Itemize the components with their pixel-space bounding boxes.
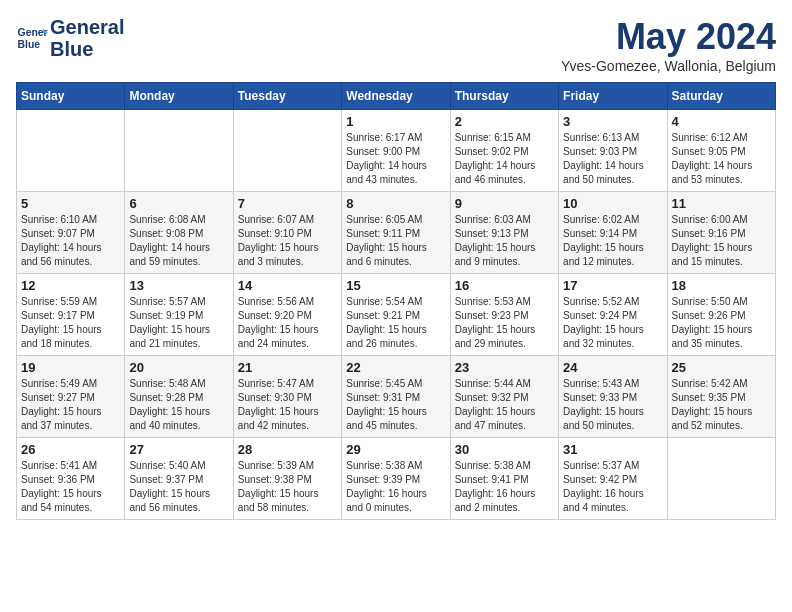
day-number: 16 (455, 278, 554, 293)
day-info: Sunrise: 5:53 AM Sunset: 9:23 PM Dayligh… (455, 295, 554, 351)
day-number: 15 (346, 278, 445, 293)
calendar-cell: 30Sunrise: 5:38 AM Sunset: 9:41 PM Dayli… (450, 438, 558, 520)
day-info: Sunrise: 5:56 AM Sunset: 9:20 PM Dayligh… (238, 295, 337, 351)
day-info: Sunrise: 5:59 AM Sunset: 9:17 PM Dayligh… (21, 295, 120, 351)
weekday-header: Friday (559, 83, 667, 110)
day-number: 29 (346, 442, 445, 457)
calendar-cell (667, 438, 775, 520)
weekday-header: Saturday (667, 83, 775, 110)
day-number: 26 (21, 442, 120, 457)
calendar-cell: 7Sunrise: 6:07 AM Sunset: 9:10 PM Daylig… (233, 192, 341, 274)
calendar-cell: 31Sunrise: 5:37 AM Sunset: 9:42 PM Dayli… (559, 438, 667, 520)
day-info: Sunrise: 5:42 AM Sunset: 9:35 PM Dayligh… (672, 377, 771, 433)
calendar-cell: 2Sunrise: 6:15 AM Sunset: 9:02 PM Daylig… (450, 110, 558, 192)
calendar-cell: 10Sunrise: 6:02 AM Sunset: 9:14 PM Dayli… (559, 192, 667, 274)
day-number: 30 (455, 442, 554, 457)
calendar-cell: 26Sunrise: 5:41 AM Sunset: 9:36 PM Dayli… (17, 438, 125, 520)
day-number: 10 (563, 196, 662, 211)
calendar-cell: 14Sunrise: 5:56 AM Sunset: 9:20 PM Dayli… (233, 274, 341, 356)
day-number: 3 (563, 114, 662, 129)
day-info: Sunrise: 5:43 AM Sunset: 9:33 PM Dayligh… (563, 377, 662, 433)
day-info: Sunrise: 6:17 AM Sunset: 9:00 PM Dayligh… (346, 131, 445, 187)
calendar-week-row: 26Sunrise: 5:41 AM Sunset: 9:36 PM Dayli… (17, 438, 776, 520)
logo-icon: General Blue (16, 22, 48, 54)
title-section: May 2024 Yves-Gomezee, Wallonia, Belgium (561, 16, 776, 74)
day-info: Sunrise: 5:38 AM Sunset: 9:41 PM Dayligh… (455, 459, 554, 515)
page-header: General Blue General Blue May 2024 Yves-… (16, 16, 776, 74)
day-number: 7 (238, 196, 337, 211)
day-number: 24 (563, 360, 662, 375)
calendar-week-row: 1Sunrise: 6:17 AM Sunset: 9:00 PM Daylig… (17, 110, 776, 192)
calendar-cell: 25Sunrise: 5:42 AM Sunset: 9:35 PM Dayli… (667, 356, 775, 438)
day-info: Sunrise: 6:08 AM Sunset: 9:08 PM Dayligh… (129, 213, 228, 269)
calendar-cell (125, 110, 233, 192)
calendar-cell: 21Sunrise: 5:47 AM Sunset: 9:30 PM Dayli… (233, 356, 341, 438)
calendar-cell: 5Sunrise: 6:10 AM Sunset: 9:07 PM Daylig… (17, 192, 125, 274)
calendar-week-row: 5Sunrise: 6:10 AM Sunset: 9:07 PM Daylig… (17, 192, 776, 274)
day-info: Sunrise: 5:39 AM Sunset: 9:38 PM Dayligh… (238, 459, 337, 515)
day-number: 21 (238, 360, 337, 375)
day-number: 25 (672, 360, 771, 375)
day-number: 18 (672, 278, 771, 293)
svg-text:Blue: Blue (18, 39, 41, 50)
weekday-header: Monday (125, 83, 233, 110)
calendar-cell (233, 110, 341, 192)
calendar-cell: 13Sunrise: 5:57 AM Sunset: 9:19 PM Dayli… (125, 274, 233, 356)
calendar-cell: 11Sunrise: 6:00 AM Sunset: 9:16 PM Dayli… (667, 192, 775, 274)
day-number: 17 (563, 278, 662, 293)
day-number: 5 (21, 196, 120, 211)
day-number: 11 (672, 196, 771, 211)
calendar-cell: 15Sunrise: 5:54 AM Sunset: 9:21 PM Dayli… (342, 274, 450, 356)
day-info: Sunrise: 6:10 AM Sunset: 9:07 PM Dayligh… (21, 213, 120, 269)
calendar-cell: 17Sunrise: 5:52 AM Sunset: 9:24 PM Dayli… (559, 274, 667, 356)
calendar-cell: 9Sunrise: 6:03 AM Sunset: 9:13 PM Daylig… (450, 192, 558, 274)
day-number: 22 (346, 360, 445, 375)
calendar-cell: 16Sunrise: 5:53 AM Sunset: 9:23 PM Dayli… (450, 274, 558, 356)
calendar-cell: 3Sunrise: 6:13 AM Sunset: 9:03 PM Daylig… (559, 110, 667, 192)
day-info: Sunrise: 5:40 AM Sunset: 9:37 PM Dayligh… (129, 459, 228, 515)
location: Yves-Gomezee, Wallonia, Belgium (561, 58, 776, 74)
day-number: 23 (455, 360, 554, 375)
calendar-week-row: 12Sunrise: 5:59 AM Sunset: 9:17 PM Dayli… (17, 274, 776, 356)
logo: General Blue General Blue (16, 16, 124, 60)
calendar-cell: 1Sunrise: 6:17 AM Sunset: 9:00 PM Daylig… (342, 110, 450, 192)
calendar-cell (17, 110, 125, 192)
day-number: 8 (346, 196, 445, 211)
day-info: Sunrise: 5:44 AM Sunset: 9:32 PM Dayligh… (455, 377, 554, 433)
day-info: Sunrise: 6:15 AM Sunset: 9:02 PM Dayligh… (455, 131, 554, 187)
day-info: Sunrise: 6:05 AM Sunset: 9:11 PM Dayligh… (346, 213, 445, 269)
day-number: 27 (129, 442, 228, 457)
month-title: May 2024 (561, 16, 776, 58)
calendar-cell: 19Sunrise: 5:49 AM Sunset: 9:27 PM Dayli… (17, 356, 125, 438)
day-number: 12 (21, 278, 120, 293)
day-info: Sunrise: 5:50 AM Sunset: 9:26 PM Dayligh… (672, 295, 771, 351)
day-info: Sunrise: 6:07 AM Sunset: 9:10 PM Dayligh… (238, 213, 337, 269)
day-number: 9 (455, 196, 554, 211)
calendar-cell: 22Sunrise: 5:45 AM Sunset: 9:31 PM Dayli… (342, 356, 450, 438)
calendar-cell: 12Sunrise: 5:59 AM Sunset: 9:17 PM Dayli… (17, 274, 125, 356)
weekday-header: Thursday (450, 83, 558, 110)
day-info: Sunrise: 5:52 AM Sunset: 9:24 PM Dayligh… (563, 295, 662, 351)
weekday-header: Sunday (17, 83, 125, 110)
calendar-cell: 29Sunrise: 5:38 AM Sunset: 9:39 PM Dayli… (342, 438, 450, 520)
calendar-table: SundayMondayTuesdayWednesdayThursdayFrid… (16, 82, 776, 520)
calendar-cell: 6Sunrise: 6:08 AM Sunset: 9:08 PM Daylig… (125, 192, 233, 274)
day-info: Sunrise: 5:48 AM Sunset: 9:28 PM Dayligh… (129, 377, 228, 433)
day-number: 28 (238, 442, 337, 457)
day-info: Sunrise: 5:45 AM Sunset: 9:31 PM Dayligh… (346, 377, 445, 433)
day-number: 19 (21, 360, 120, 375)
day-info: Sunrise: 5:38 AM Sunset: 9:39 PM Dayligh… (346, 459, 445, 515)
day-info: Sunrise: 5:54 AM Sunset: 9:21 PM Dayligh… (346, 295, 445, 351)
day-number: 4 (672, 114, 771, 129)
weekday-header: Wednesday (342, 83, 450, 110)
day-number: 6 (129, 196, 228, 211)
calendar-cell: 4Sunrise: 6:12 AM Sunset: 9:05 PM Daylig… (667, 110, 775, 192)
weekday-header-row: SundayMondayTuesdayWednesdayThursdayFrid… (17, 83, 776, 110)
weekday-header: Tuesday (233, 83, 341, 110)
calendar-cell: 18Sunrise: 5:50 AM Sunset: 9:26 PM Dayli… (667, 274, 775, 356)
calendar-cell: 27Sunrise: 5:40 AM Sunset: 9:37 PM Dayli… (125, 438, 233, 520)
day-info: Sunrise: 5:41 AM Sunset: 9:36 PM Dayligh… (21, 459, 120, 515)
calendar-cell: 28Sunrise: 5:39 AM Sunset: 9:38 PM Dayli… (233, 438, 341, 520)
day-number: 14 (238, 278, 337, 293)
day-number: 20 (129, 360, 228, 375)
